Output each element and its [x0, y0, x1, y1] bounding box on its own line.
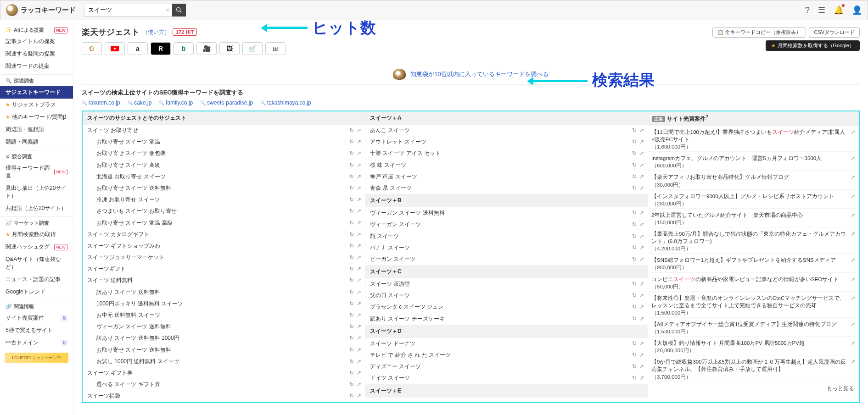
- keyword-row[interactable]: スイーツジュエリーマーケット↻↗: [83, 252, 365, 263]
- keyword-row[interactable]: ヴィーガン スイーツ 送料無料↻↗: [83, 321, 365, 332]
- sidebar-item[interactable]: 関連する疑問の提案: [0, 48, 73, 60]
- keyword-row[interactable]: スイーツ ドーナツ↻↗: [365, 338, 648, 349]
- ad-item[interactable]: 【大規模】釣り情報サイト 月間最高100万PV 累計5000万PV超（20,80…: [648, 337, 859, 355]
- open-icon[interactable]: ↗: [357, 380, 361, 389]
- open-icon[interactable]: ↗: [357, 357, 361, 366]
- reload-icon[interactable]: ↻: [349, 184, 354, 193]
- reload-icon[interactable]: ↻: [349, 392, 354, 400]
- keyword-row[interactable]: お取り寄せ スイーツ 常温 高級↻↗: [83, 217, 365, 229]
- engine-google[interactable]: G: [82, 42, 102, 55]
- open-icon[interactable]: ↗: [851, 155, 855, 169]
- engine-video[interactable]: 🎥: [196, 42, 217, 55]
- sidebar-item[interactable]: ニュース・話題の記事: [0, 273, 73, 286]
- reload-icon[interactable]: ↻: [349, 230, 354, 239]
- keyword-row[interactable]: プラセンタ c スイーツ ジュレ↻↗: [365, 301, 648, 313]
- ad-item[interactable]: 【楽天アフィリお取り寄せ商品特化】グルメ情報ブログ（30,000円）↗: [648, 171, 859, 189]
- open-icon[interactable]: ↗: [357, 219, 361, 227]
- keyword-row[interactable]: お取り寄せ スイーツ 常温↻↗: [83, 136, 365, 148]
- open-icon[interactable]: ↗: [639, 280, 644, 288]
- open-icon[interactable]: ↗: [357, 172, 361, 181]
- reload-icon[interactable]: ↻: [349, 219, 354, 227]
- open-icon[interactable]: ↗: [639, 255, 644, 264]
- reload-icon[interactable]: ↻: [632, 280, 637, 288]
- sidebar-item[interactable]: 5秒で買えるサイト: [0, 324, 73, 337]
- keyword-row[interactable]: バナナ スイーツ↻↗: [365, 242, 648, 254]
- keyword-row[interactable]: スイーツギフト↻↗: [83, 263, 365, 275]
- sidebar-item[interactable]: 共起語（上位20サイト）: [0, 202, 73, 215]
- reload-icon[interactable]: ↻: [632, 161, 637, 170]
- ad-item[interactable]: コンビニスイーツの新商品や家電レビュー記事などの情報が多いSEOサイト（50,0…: [648, 273, 859, 292]
- open-icon[interactable]: ↗: [357, 369, 361, 377]
- reload-icon[interactable]: ↻: [349, 195, 354, 204]
- engine-shopping[interactable]: 🛒: [242, 42, 263, 55]
- keyword-row[interactable]: スイーツ 茶游堂↻↗: [365, 278, 648, 290]
- sidebar-item[interactable]: ★サジェストプラス: [0, 99, 73, 111]
- open-icon[interactable]: ↗: [639, 161, 644, 170]
- reload-icon[interactable]: ↻: [632, 149, 637, 158]
- open-icon[interactable]: ↗: [357, 242, 361, 250]
- sidebar-item[interactable]: ★他のキーワード/質問β: [0, 111, 73, 123]
- reload-icon[interactable]: ↻: [632, 315, 637, 323]
- ads-more-link[interactable]: もっと見る: [648, 382, 859, 395]
- reload-icon[interactable]: ↻: [349, 161, 354, 170]
- open-icon[interactable]: ↗: [851, 339, 855, 354]
- seo-site-link[interactable]: sweets-paradise.jp: [200, 100, 253, 106]
- menu-icon[interactable]: ☰: [818, 5, 825, 15]
- reload-icon[interactable]: ↻: [632, 374, 637, 382]
- open-icon[interactable]: ↗: [357, 207, 361, 216]
- keyword-row[interactable]: さつまいも スイーツ お取り寄せ↻↗: [83, 205, 365, 217]
- open-icon[interactable]: ↗: [639, 184, 644, 193]
- engine-youtube[interactable]: [105, 42, 125, 55]
- ad-item[interactable]: 【将来性◎】楽器・音楽のオンラインレッスンのCtoCマッチングサービスで、レッス…: [648, 292, 859, 318]
- keyword-row[interactable]: お中元 送料無料 スイーツ↻↗: [83, 310, 365, 321]
- ad-item[interactable]: 【SNS総フォロワー1万超え】ギフトやプレゼントを紹介するSNSメディア（980…: [648, 254, 859, 272]
- engine-bing[interactable]: b: [174, 42, 194, 55]
- csv-download-button[interactable]: CSVダウンロード: [809, 27, 860, 38]
- open-icon[interactable]: ↗: [851, 276, 855, 290]
- engine-image[interactable]: 🖼: [219, 42, 240, 55]
- reload-icon[interactable]: ↻: [349, 149, 354, 158]
- open-icon[interactable]: ↗: [851, 256, 855, 271]
- keyword-row[interactable]: アウトレット スイーツ↻↗: [365, 136, 648, 148]
- keyword-row[interactable]: スイーツ ギフトショップみわ↻↗: [83, 240, 365, 252]
- reload-icon[interactable]: ↻: [632, 351, 637, 360]
- open-icon[interactable]: ↗: [639, 315, 644, 323]
- keyword-row[interactable]: 訳あり スイーツ 送料無料↻↗: [83, 287, 365, 298]
- search-button[interactable]: [172, 4, 186, 17]
- open-icon[interactable]: ↗: [357, 149, 361, 158]
- sidebar-item[interactable]: 周辺語・連想語: [0, 123, 73, 136]
- keyword-row[interactable]: お取り寄せ スイーツ 高級↻↗: [83, 160, 365, 171]
- reload-icon[interactable]: ↻: [632, 291, 637, 300]
- sidebar-item[interactable]: 類語・同義語: [0, 136, 73, 148]
- reload-icon[interactable]: ↻: [349, 369, 354, 377]
- reload-icon[interactable]: ↻: [349, 207, 354, 216]
- bell-icon[interactable]: 🔔: [834, 5, 844, 15]
- keyword-row[interactable]: ディズニー スイーツ↻↗: [365, 361, 648, 372]
- ad-item[interactable]: 2年以上運営していたグルメ紹介サイト 楽天市場の商品中心（150,000円）↗: [648, 209, 859, 227]
- reload-icon[interactable]: ↻: [632, 172, 637, 181]
- keyword-row[interactable]: 選べる スイーツ ギフト券↻↗: [83, 379, 365, 390]
- sidebar-item[interactable]: 関連ハッシュタグNEW: [0, 241, 73, 253]
- open-icon[interactable]: ↗: [357, 299, 361, 308]
- ad-item[interactable]: 【9か月で総収益300万以上&5割以上の動画が１０万再生越え】超人気漫画の反応集…: [648, 355, 859, 382]
- open-icon[interactable]: ↗: [357, 253, 361, 262]
- open-icon[interactable]: ↗: [357, 138, 361, 146]
- user-icon[interactable]: 👤: [852, 5, 862, 15]
- keyword-row[interactable]: お試し 1000円 送料無料 スイーツ↻↗: [83, 356, 365, 367]
- reload-icon[interactable]: ↻: [349, 288, 354, 297]
- keyword-row[interactable]: スイーツ お取り寄せ↻↗: [83, 125, 365, 136]
- open-icon[interactable]: ↗: [639, 351, 644, 360]
- engine-windows[interactable]: ⊞: [265, 42, 286, 55]
- sidebar-promo[interactable]: LOLIPOP! キャンペーン中: [5, 353, 68, 363]
- copy-all-button[interactable]: 📋 全キーワードコピー（重複除去）: [712, 27, 806, 38]
- reload-icon[interactable]: ↻: [349, 357, 354, 366]
- open-icon[interactable]: ↗: [851, 321, 855, 335]
- reload-icon[interactable]: ↻: [349, 138, 354, 146]
- open-icon[interactable]: ↗: [851, 230, 855, 252]
- reload-icon[interactable]: ↻: [349, 380, 354, 389]
- open-icon[interactable]: ↗: [639, 374, 644, 382]
- sidebar-item[interactable]: Googleトレンド: [0, 286, 73, 298]
- reload-icon[interactable]: ↻: [349, 322, 354, 331]
- ad-item[interactable]: 【最高売上90万/月】競合なしで独占状態の「東京の特化カフェ・グルメアカウント」…: [648, 227, 859, 254]
- open-icon[interactable]: ↗: [851, 211, 855, 226]
